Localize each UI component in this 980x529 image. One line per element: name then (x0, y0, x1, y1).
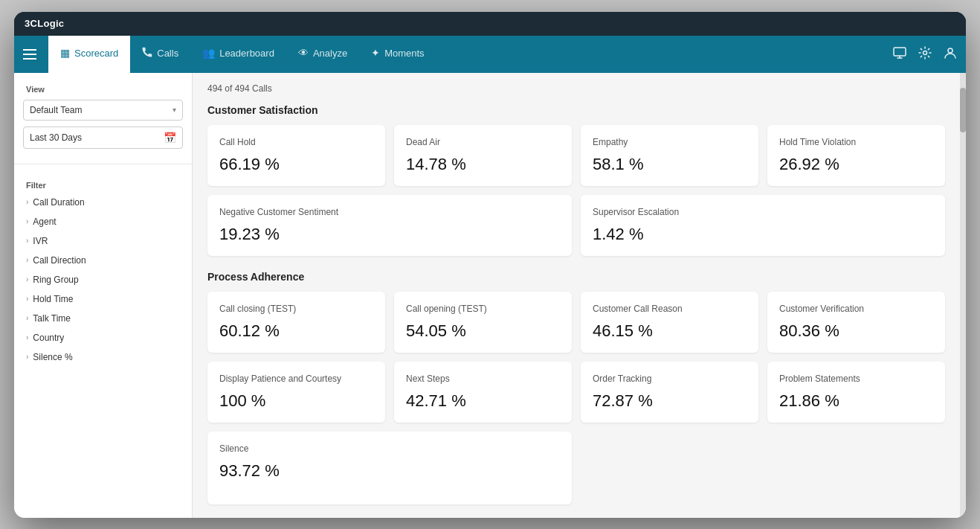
filter-item-label: Country (33, 333, 64, 343)
card-next-steps: Next Steps 42.71 % (394, 362, 572, 423)
view-label: View (14, 85, 192, 100)
card-call-hold: Call Hold 66.19 % (207, 125, 385, 186)
gear-icon[interactable] (918, 46, 932, 62)
date-select[interactable]: Last 30 Days 📅 (23, 126, 183, 149)
nav-bar: ▦ Scorecard Calls 👥 Leaderboard (14, 36, 966, 73)
scorecard-icon: ▦ (60, 47, 70, 59)
card-problem-statements-value: 21.86 % (779, 391, 933, 411)
customer-satisfaction-row1: Call Hold 66.19 % Dead Air 14.78 % Empat… (207, 125, 945, 186)
filter-call-direction[interactable]: › Call Direction (14, 251, 192, 270)
card-problem-statements-label: Problem Statements (779, 373, 933, 384)
filter-call-duration[interactable]: › Call Duration (14, 193, 192, 212)
app-body: ▦ Scorecard Calls 👥 Leaderboard (14, 36, 966, 518)
date-select-value: Last 30 Days (30, 132, 82, 143)
card-customer-verification-label: Customer Verification (779, 304, 933, 314)
filter-ivr[interactable]: › IVR (14, 231, 192, 251)
card-call-opening: Call opening (TEST) 54.05 % (394, 292, 572, 353)
filter-country[interactable]: › Country (14, 328, 192, 347)
svg-point-2 (948, 48, 952, 53)
card-empathy: Empathy 58.1 % (581, 125, 758, 186)
silence-row: Silence 93.72 % (207, 432, 945, 504)
sidebar: View Default Team ▾ Last 30 Days 📅 Filte… (14, 73, 193, 518)
main-content: 494 of 494 Calls Customer Satisfaction C… (193, 73, 960, 518)
card-customer-verification-value: 80.36 % (779, 321, 933, 341)
scrollbar[interactable] (960, 73, 966, 518)
card-call-hold-label: Call Hold (219, 137, 373, 147)
svg-point-1 (923, 51, 927, 54)
tab-analyze-label: Analyze (313, 48, 347, 59)
calls-icon (142, 47, 152, 60)
svg-rect-0 (894, 48, 906, 56)
nav-tabs: ▦ Scorecard Calls 👥 Leaderboard (48, 36, 893, 73)
tab-calls-label: Calls (157, 48, 178, 59)
card-hold-time-violation-label: Hold Time Violation (779, 137, 933, 147)
card-order-tracking-value: 72.87 % (593, 391, 747, 411)
chevron-right-icon: › (26, 333, 28, 342)
card-call-opening-label: Call opening (TEST) (406, 304, 560, 314)
monitor-icon[interactable] (893, 46, 906, 62)
card-supervisor-escalation: Supervisor Escalation 1.42 % (581, 195, 945, 256)
hamburger-menu[interactable] (23, 49, 36, 60)
card-call-opening-value: 54.05 % (406, 321, 560, 341)
chevron-right-icon: › (26, 256, 28, 264)
card-silence: Silence 93.72 % (207, 432, 572, 504)
tab-leaderboard[interactable]: 👥 Leaderboard (190, 36, 286, 73)
card-customer-call-reason-label: Customer Call Reason (593, 304, 747, 314)
card-next-steps-label: Next Steps (406, 373, 560, 384)
content-inner: 494 of 494 Calls Customer Satisfaction C… (193, 73, 960, 518)
calendar-icon: 📅 (164, 132, 176, 144)
card-supervisor-escalation-value: 1.42 % (593, 225, 933, 244)
silence-section: Silence 93.72 % (207, 432, 945, 504)
card-display-patience-label: Display Patience and Courtesy (219, 373, 373, 384)
app-logo: 3CLogic (25, 18, 64, 29)
card-dead-air: Dead Air 14.78 % (394, 125, 572, 186)
card-customer-call-reason-value: 46.15 % (593, 321, 747, 341)
analyze-icon: 👁 (298, 47, 309, 59)
filter-agent[interactable]: › Agent (14, 212, 192, 231)
filter-item-label: Ring Group (33, 275, 78, 285)
filter-item-label: Agent (33, 217, 56, 227)
process-adherence-row1: Call closing (TEST) 60.12 % Call opening… (207, 292, 945, 353)
tab-leaderboard-label: Leaderboard (219, 48, 274, 59)
card-supervisor-escalation-label: Supervisor Escalation (593, 207, 933, 217)
filter-ring-group[interactable]: › Ring Group (14, 270, 192, 289)
chevron-right-icon: › (26, 275, 28, 283)
card-dead-air-label: Dead Air (406, 137, 560, 147)
team-select[interactable]: Default Team ▾ (23, 100, 183, 121)
card-customer-verification: Customer Verification 80.36 % (767, 292, 945, 353)
card-hold-time-violation-value: 26.92 % (779, 155, 933, 174)
customer-satisfaction-section: Customer Satisfaction Call Hold 66.19 % … (207, 104, 945, 256)
filter-item-label: Hold Time (33, 294, 73, 304)
tab-analyze[interactable]: 👁 Analyze (286, 36, 359, 73)
team-select-value: Default Team (30, 105, 82, 115)
tab-moments[interactable]: ✦ Moments (359, 36, 436, 73)
team-select-wrap: Default Team ▾ Last 30 Days 📅 (14, 100, 192, 161)
chevron-right-icon: › (26, 237, 28, 245)
card-hold-time-violation: Hold Time Violation 26.92 % (767, 125, 945, 186)
filter-label: Filter (14, 175, 192, 193)
card-problem-statements: Problem Statements 21.86 % (767, 362, 945, 423)
chevron-right-icon: › (26, 217, 28, 225)
card-empathy-label: Empathy (593, 137, 747, 147)
tab-calls[interactable]: Calls (130, 36, 190, 73)
card-negative-sentiment-value: 19.23 % (219, 225, 560, 244)
chevron-right-icon: › (26, 353, 28, 361)
card-call-closing: Call closing (TEST) 60.12 % (207, 292, 385, 353)
scroll-thumb[interactable] (960, 88, 966, 132)
user-icon[interactable] (944, 46, 957, 62)
tab-scorecard[interactable]: ▦ Scorecard (48, 36, 130, 73)
filter-silence-pct[interactable]: › Silence % (14, 347, 192, 367)
filter-item-label: IVR (33, 236, 48, 246)
tab-scorecard-label: Scorecard (74, 48, 118, 59)
filter-hold-time[interactable]: › Hold Time (14, 289, 192, 309)
filter-item-label: Call Direction (33, 255, 86, 266)
process-adherence-row2: Display Patience and Courtesy 100 % Next… (207, 362, 945, 423)
card-call-hold-value: 66.19 % (219, 155, 373, 174)
card-silence-value: 93.72 % (219, 461, 560, 481)
filter-talk-time[interactable]: › Talk Time (14, 309, 192, 328)
leaderboard-icon: 👥 (202, 47, 215, 59)
card-call-closing-value: 60.12 % (219, 321, 373, 341)
card-next-steps-value: 42.71 % (406, 391, 560, 411)
process-adherence-title: Process Adherence (207, 271, 945, 283)
chevron-down-icon: ▾ (173, 106, 176, 114)
